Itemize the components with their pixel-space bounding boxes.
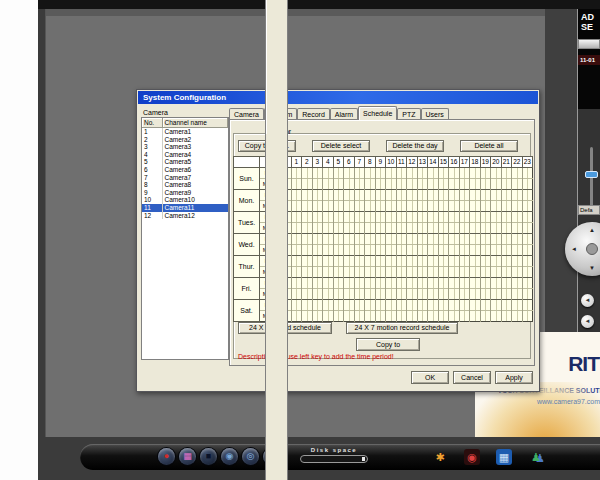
schedule-cell[interactable] (344, 300, 355, 311)
schedule-cell[interactable] (365, 190, 376, 201)
schedule-cell[interactable] (470, 245, 481, 256)
schedule-cell[interactable] (375, 234, 386, 245)
schedule-cell[interactable] (312, 168, 323, 179)
schedule-cell[interactable] (386, 278, 397, 289)
multiview-icon[interactable]: ▦ (179, 448, 196, 465)
schedule-cell[interactable] (438, 201, 449, 212)
schedule-cell[interactable] (375, 311, 386, 322)
schedule-cell[interactable] (291, 168, 302, 179)
schedule-cell[interactable] (407, 179, 418, 190)
schedule-cell[interactable] (354, 289, 365, 300)
schedule-cell[interactable] (470, 212, 481, 223)
schedule-cell[interactable] (291, 234, 302, 245)
schedule-cell[interactable] (312, 212, 323, 223)
schedule-cell[interactable] (522, 256, 533, 267)
schedule-cell[interactable] (480, 267, 491, 278)
schedule-cell[interactable] (417, 311, 428, 322)
schedule-cell[interactable] (491, 256, 502, 267)
schedule-cell[interactable] (470, 289, 481, 300)
schedule-cell[interactable] (407, 256, 418, 267)
schedule-cell[interactable] (480, 278, 491, 289)
schedule-cell[interactable] (386, 212, 397, 223)
schedule-cell[interactable] (428, 234, 439, 245)
camera-row[interactable]: 7Camera7 (142, 174, 228, 182)
schedule-cell[interactable] (386, 311, 397, 322)
schedule-cell[interactable] (438, 168, 449, 179)
schedule-cell[interactable] (354, 179, 365, 190)
schedule-cell[interactable] (480, 168, 491, 179)
schedule-cell[interactable] (291, 267, 302, 278)
schedule-cell[interactable] (491, 223, 502, 234)
schedule-cell[interactable] (428, 245, 439, 256)
schedule-cell[interactable] (386, 179, 397, 190)
dial-up-icon[interactable]: ▲ (589, 227, 595, 233)
schedule-cell[interactable] (512, 267, 523, 278)
schedule-cell[interactable] (480, 212, 491, 223)
schedule-cell[interactable] (365, 245, 376, 256)
schedule-cell[interactable] (291, 300, 302, 311)
schedule-cell[interactable] (396, 311, 407, 322)
schedule-cell[interactable] (428, 212, 439, 223)
camera-row[interactable]: 10Camera10 (142, 196, 228, 204)
schedule-cell[interactable] (333, 201, 344, 212)
schedule-cell[interactable] (501, 234, 512, 245)
schedule-cell[interactable] (480, 201, 491, 212)
schedule-cell[interactable] (386, 267, 397, 278)
schedule-cell[interactable] (417, 212, 428, 223)
schedule-cell[interactable] (459, 179, 470, 190)
schedule-cell[interactable] (459, 278, 470, 289)
schedule-cell[interactable] (449, 234, 460, 245)
schedule-cell[interactable] (501, 212, 512, 223)
stop-icon[interactable]: ■ (200, 448, 217, 465)
schedule-cell[interactable] (323, 223, 334, 234)
schedule-cell[interactable] (449, 267, 460, 278)
schedule-cell[interactable] (386, 300, 397, 311)
schedule-cell[interactable] (333, 190, 344, 201)
schedule-cell[interactable] (312, 311, 323, 322)
schedule-cell[interactable] (291, 311, 302, 322)
schedule-cell[interactable] (428, 179, 439, 190)
schedule-cell[interactable] (470, 168, 481, 179)
secondary-button[interactable] (578, 39, 600, 49)
schedule-cell[interactable] (354, 212, 365, 223)
schedule-cell[interactable] (459, 168, 470, 179)
schedule-cell[interactable] (417, 267, 428, 278)
schedule-cell[interactable] (333, 245, 344, 256)
schedule-cell[interactable] (512, 234, 523, 245)
schedule-cell[interactable] (312, 267, 323, 278)
schedule-cell[interactable] (522, 311, 533, 322)
schedule-cell[interactable] (365, 311, 376, 322)
schedule-cell[interactable] (386, 245, 397, 256)
ok-button[interactable]: OK (411, 371, 449, 384)
schedule-cell[interactable] (459, 245, 470, 256)
schedule-cell[interactable] (522, 223, 533, 234)
schedule-cell[interactable] (344, 179, 355, 190)
schedule-cell[interactable] (312, 190, 323, 201)
schedule-cell[interactable] (501, 190, 512, 201)
schedule-cell[interactable] (522, 212, 533, 223)
schedule-cell[interactable] (417, 179, 428, 190)
schedule-cell[interactable] (501, 245, 512, 256)
schedule-cell[interactable] (375, 267, 386, 278)
schedule-cell[interactable] (344, 289, 355, 300)
schedule-cell[interactable] (512, 179, 523, 190)
schedule-cell[interactable] (428, 201, 439, 212)
schedule-cell[interactable] (354, 256, 365, 267)
schedule-cell[interactable] (396, 267, 407, 278)
schedule-cell[interactable] (323, 201, 334, 212)
camera-row[interactable]: 6Camera6 (142, 166, 228, 174)
schedule-cell[interactable] (354, 168, 365, 179)
schedule-cell[interactable] (512, 245, 523, 256)
schedule-cell[interactable] (312, 289, 323, 300)
schedule-cell[interactable] (417, 168, 428, 179)
schedule-cell[interactable] (375, 168, 386, 179)
schedule-cell[interactable] (312, 245, 323, 256)
schedule-cell[interactable] (344, 212, 355, 223)
subtab-sensor[interactable]: Sensor (265, 125, 288, 480)
schedule-cell[interactable] (459, 190, 470, 201)
schedule-cell[interactable] (323, 234, 334, 245)
schedule-cell[interactable] (375, 289, 386, 300)
schedule-cell[interactable] (344, 201, 355, 212)
schedule-cell[interactable] (333, 168, 344, 179)
schedule-cell[interactable] (291, 212, 302, 223)
